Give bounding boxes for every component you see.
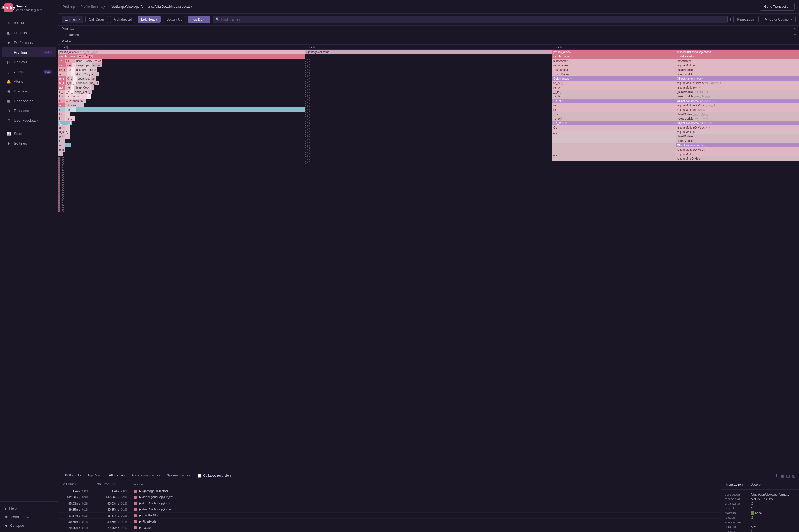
meta-row: duration:8.34s (725, 525, 796, 528)
whats-new-icon: ★ (4, 515, 8, 519)
pane3-right: processTicksAndRejections runMicrotasks … (676, 50, 799, 471)
sidebar-item-replays[interactable]: ▷ Replays (2, 57, 56, 66)
right-tab-device[interactable]: Device (746, 480, 765, 489)
tab-top-down[interactable]: Top Down (84, 471, 106, 480)
meta-key: platform: (725, 511, 750, 515)
cell-total: 1.44s 2.8% (92, 488, 131, 494)
collapse-label: Collapse (10, 524, 24, 528)
cell-total: 33.57ms 0.1% (92, 513, 131, 519)
p3r-r15: _execModule _ex_le _e_e (676, 116, 799, 121)
breadcrumb-profile-summary[interactable]: Profile Summary (80, 5, 105, 8)
p3r-r22: requireModuleOrMock (676, 148, 799, 152)
sidebar-item-label: Releases (14, 109, 29, 113)
sidebar-item-projects[interactable]: ◧ Projects (2, 28, 56, 37)
minimap-chevron-icon: ▾ (794, 27, 796, 31)
color-coding-button[interactable]: ⚑ Color Coding ▾ (761, 16, 796, 23)
collapse-recursion-checkbox[interactable] (198, 474, 201, 478)
tab-all-frames[interactable]: All Frames (106, 471, 128, 480)
profiling-icon: ≡ (6, 50, 11, 55)
sidebar-item-releases[interactable]: ⊙ Releases (2, 106, 56, 115)
left-heavy-button[interactable]: Left Heavy (137, 16, 161, 23)
p3l-r7: re_ck r_ (552, 81, 676, 85)
table-row[interactable]: 49.35ms 0.1% 49.35ms 0.1% ▶ deepCyclicCo… (58, 507, 721, 513)
table-row[interactable]: 33.57ms 0.1% 33.57ms 0.1% ▶ startProfili… (58, 513, 721, 519)
p3l-r20: _ _ (552, 138, 676, 143)
col-header-self-time: Self Time ⓘ (58, 480, 92, 488)
meta-row: release:∅ (725, 516, 796, 519)
layout-icon-3[interactable]: ▥ (792, 473, 796, 478)
table-row[interactable]: 29.75ms 0.1% 29.75ms 0.1% ▶ _attach (58, 525, 721, 531)
sidebar-item-discover[interactable]: ◉ Discover (2, 87, 56, 96)
tab-system-frames[interactable]: System Frames (163, 471, 193, 480)
table-row[interactable]: 162.06ms 0.3% 162.06ms 0.3% ▶ deepCyclic… (58, 494, 721, 500)
meta-val: Mar 22, 7:38 PM (751, 497, 774, 501)
cell-frame: ▶ deepCyclicCopyObject (131, 507, 721, 513)
p3l-r14: _l_e _ (552, 112, 676, 116)
collapse-button[interactable]: ◀ Collapse (0, 521, 58, 530)
help-icon: ? (4, 506, 6, 510)
chevron-down-icon: ▾ (78, 18, 80, 21)
p3l-r12: re_l r_ (552, 103, 676, 108)
org-name: Sentry (16, 4, 45, 8)
pane1-row-8: act r_e _ deep_Copy _ (58, 85, 305, 90)
bottom-up-button[interactable]: Bottom Up (163, 16, 186, 23)
beta-badge: beta (43, 51, 52, 54)
p3r-r20: _execModule (676, 138, 799, 143)
minimap-section[interactable]: Minimap ▾ (58, 25, 799, 32)
flame-chart-area[interactable]: (root) (root) (root) proces_ctions runTe… (58, 45, 799, 471)
color-coding-icon: ⚑ (765, 18, 768, 21)
right-tab-transaction[interactable]: Transaction (722, 480, 746, 489)
sidebar-item-alerts[interactable]: 🔔 Alerts (2, 77, 56, 86)
meta-row: organization:∅ (725, 502, 796, 505)
p3r-r3: requireModule (676, 63, 799, 68)
cell-frame: ▶ startProfiling (131, 513, 721, 519)
sidebar-item-issues[interactable]: ⚠ Issues (2, 18, 56, 28)
transaction-section[interactable]: Transaction ▾ (58, 32, 799, 38)
search-input[interactable] (221, 18, 725, 21)
pane1-row-10: f_s _e unk_wn _ (58, 94, 305, 99)
whats-new-button[interactable]: ★ What's new (0, 513, 58, 521)
go-to-transaction-button[interactable]: Go to Transaction (760, 3, 795, 11)
profile-section[interactable]: Profile (58, 38, 799, 45)
call-order-button[interactable]: Call Order (85, 16, 108, 23)
p3r-r4: _loadModule (676, 68, 799, 72)
cell-total: 49.35ms 0.1% (92, 507, 131, 513)
help-label: Help (9, 506, 17, 510)
alphabetical-button[interactable]: Alphabetical (110, 16, 135, 23)
p3l-r5: _execModule (552, 72, 676, 76)
p3r-r8: requireModule re_e (676, 85, 799, 90)
help-button[interactable]: ? Help (0, 504, 58, 513)
tab-application-frames[interactable]: Application Frames (128, 471, 163, 480)
table-row[interactable]: 1.44s 2.8% 1.44s 2.8% ▶ (garbage collect… (58, 488, 721, 494)
sidebar-item-dashboards[interactable]: ▦ Dashboards (2, 96, 56, 106)
thread-select[interactable]: ☰ main ▾ (62, 16, 83, 23)
sidebar-item-performance[interactable]: ◈ Performance (2, 38, 56, 47)
profile-label: Profile (62, 39, 71, 43)
crons-icon: ◷ (6, 69, 11, 74)
sidebar-item-label: Discover (14, 89, 28, 93)
sidebar-item-profiling[interactable]: ≡ Profiling beta (2, 48, 56, 57)
layout-icon-1[interactable]: ▣ (780, 473, 784, 478)
profiler-main: (root) (root) (root) proces_ctions runTe… (58, 45, 799, 532)
reset-zoom-button[interactable]: Reset Zoom (733, 16, 759, 23)
p3l-r21: _ _ (552, 143, 676, 148)
tab-bottom-up[interactable]: Bottom Up (62, 471, 84, 480)
breadcrumb-profiling[interactable]: Profiling (63, 5, 75, 8)
cell-self: 33.57ms 0.1% (58, 513, 92, 519)
top-down-button[interactable]: Top Down (188, 16, 210, 23)
table-row[interactable]: 85.63ms 0.2% 85.63ms 0.2% ▶ deepCyclicCo… (58, 500, 721, 507)
layout-icon-2[interactable]: ▤ (786, 473, 790, 478)
p3r-r19: _loadModule (676, 134, 799, 138)
download-icon[interactable]: ⬇ (775, 473, 778, 478)
sidebar-item-stats[interactable]: 📊 Stats (2, 129, 56, 138)
sidebar-item-crons[interactable]: ◷ Crons beta (2, 67, 56, 76)
pane1-highlighted-row: r_l r_e u_ (58, 108, 305, 112)
pane1-row-16: r_l O_s (58, 121, 305, 125)
p3l-r16: Ob_s> Ob> (552, 121, 676, 125)
p3r-r21: Object.<anonymous> _ _ (676, 143, 799, 148)
color-coding-label: Color Coding (769, 18, 789, 21)
table-row[interactable]: 30.39ms 0.1% 30.39ms 0.1% ▶ FiberNode (58, 519, 721, 525)
pane1-row-21: w_n (58, 143, 305, 148)
sidebar-item-settings[interactable]: ⚙ Settings (2, 138, 56, 148)
sidebar-item-user-feedback[interactable]: ◻ User Feedback (2, 115, 56, 125)
